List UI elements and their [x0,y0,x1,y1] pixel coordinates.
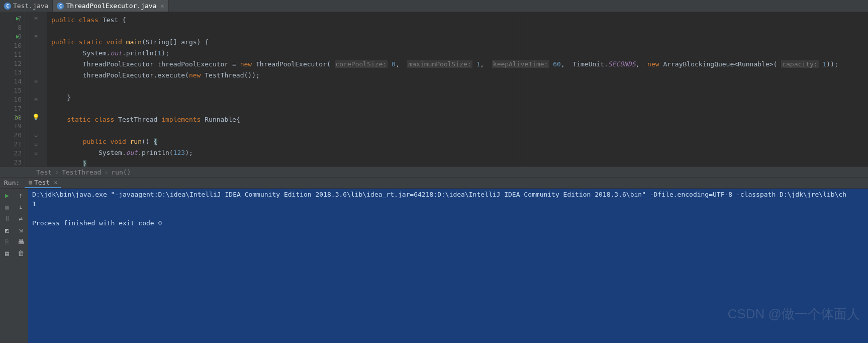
line-number: 23 [14,158,22,166]
line-number: 11 [14,51,22,58]
crumb-test[interactable]: Test [36,168,52,176]
console-line: D:\jdk\bin\java.exe "-javaagent:D:\idea\… [32,191,864,200]
class-icon: C [4,3,11,10]
editor-tabs: C Test.java C ThreadPoolExecutor.java × [0,0,868,12]
class-icon: C [57,3,64,10]
line-number: 22 [14,149,22,157]
line-number: 12 [14,60,22,67]
run-toolbar-right: ↑ ↓ ⇄ ⇲ 🖶 🗑 [14,189,28,343]
console-output[interactable]: D:\jdk\bin\java.exe "-javaagent:D:\idea\… [28,189,868,343]
chevron-right-icon: › [104,168,108,176]
run-panel-body: ▶ ■ ⏸ ◩ ⎘ ▤ ↑ ↓ ⇄ ⇲ 🖶 🗑 D:\jdk\bin\java.… [0,189,868,343]
pause-icon[interactable]: ⏸ [4,215,11,222]
fold-end-icon[interactable]: ⊟ [34,150,37,156]
override-icon[interactable]: o↑ [15,115,21,120]
intention-bulb-icon[interactable]: 💡 [32,114,40,121]
application-icon: ▦ [29,179,32,186]
run-toolbar-left: ▶ ■ ⏸ ◩ ⎘ ▤ [0,189,14,343]
console-line [32,210,864,219]
trash-icon[interactable]: 🗑 [18,249,24,257]
close-icon[interactable]: × [160,3,164,10]
fold-icon[interactable]: ⊟ [34,16,37,21]
rerun-icon[interactable]: ▶ [5,192,9,199]
line-number: 10 [14,42,22,49]
stop-icon[interactable]: ■ [5,203,9,211]
run-gutter-icon[interactable]: ▶ [16,15,20,22]
line-number: 13 [14,68,22,76]
run-gutter-icon[interactable]: ▶ [16,33,20,40]
layout-icon[interactable]: ▤ [5,249,9,257]
fold-end-icon[interactable]: ⊟ [34,132,37,138]
wrap-icon[interactable]: ⇄ [19,215,23,222]
up-icon[interactable]: ↑ [19,192,23,199]
line-number: 19 [14,122,22,130]
line-number: 15 [14,87,22,94]
close-icon[interactable]: × [54,179,57,186]
camera-icon[interactable]: ◩ [5,226,9,234]
tab-label: Test.java [13,2,48,10]
right-margin-line [520,12,520,166]
breadcrumb: Test › TestThread › run() [0,166,868,178]
chevron-right-icon: › [55,168,59,176]
fold-end-icon[interactable]: ⊟ [34,141,37,147]
line-number: 8 [18,24,22,31]
line-number: 17 [14,105,22,112]
line-number: 20 [14,131,22,139]
console-line: 1 [32,200,864,210]
fold-icon[interactable]: ⊟ [34,97,37,102]
run-label: Run: [4,179,20,187]
editor: 7▶ 8 9▶ 10 11 12 13 14 15 16 17 18o↑ 19 … [0,12,868,166]
tab-test-java[interactable]: C Test.java [0,0,53,12]
run-panel-header: Run: ▦ Test × [0,178,868,189]
fold-end-icon[interactable]: ⊟ [34,78,37,84]
line-number: 16 [14,96,22,103]
print-icon[interactable]: 🖶 [18,238,24,245]
fold-icon[interactable]: ⊟ [34,34,37,39]
fold-gutter: ⊟ ⊟ ⊟ ⊟ 💡 ⊟ ⊟ ⊟ [25,12,47,166]
line-number: 21 [14,140,22,148]
crumb-testthread[interactable]: TestThread [62,168,101,176]
exit-icon[interactable]: ⎘ [5,238,9,245]
scroll-icon[interactable]: ⇲ [19,226,23,234]
run-tab-label: Test [34,179,50,186]
down-icon[interactable]: ↓ [19,203,23,211]
crumb-run[interactable]: run() [111,168,131,176]
code-area[interactable]: public class Test { public static void m… [47,12,868,166]
tab-label: ThreadPoolExecutor.java [66,2,156,10]
line-number-gutter: 7▶ 8 9▶ 10 11 12 13 14 15 16 17 18o↑ 19 … [0,12,25,166]
tab-threadpoolexecutor-java[interactable]: C ThreadPoolExecutor.java × [53,0,168,12]
run-tab-test[interactable]: ▦ Test × [25,178,61,188]
line-number: 14 [14,77,22,85]
console-line: Process finished with exit code 0 [32,219,864,229]
